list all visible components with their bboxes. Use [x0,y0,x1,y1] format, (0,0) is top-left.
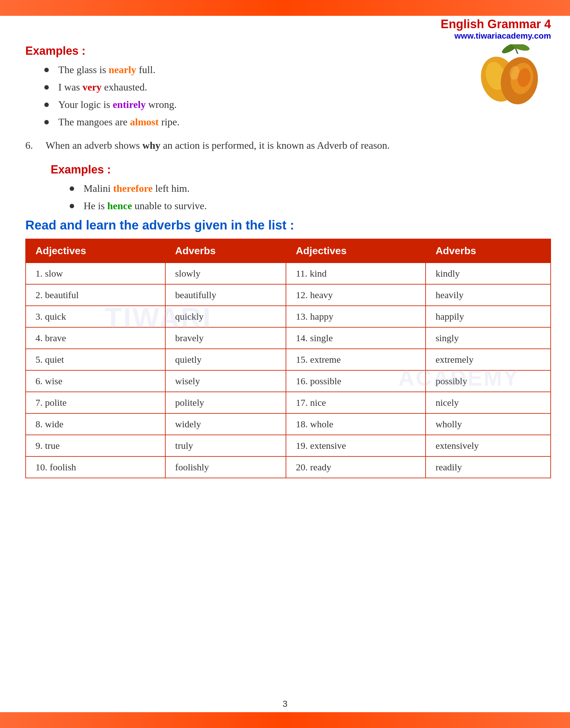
examples-section-1: Examples : The glass is nearly full. I w… [25,44,551,128]
col-header-adverbs-2: Adverbs [425,239,551,263]
table-cell: singly [425,327,551,349]
table-row: 9. truetruly19. extensiveextensively [26,435,551,457]
table-cell: 7. polite [26,392,165,414]
list-item: Your logic is entirely wrong. [44,99,551,110]
table-cell: 9. true [26,435,165,457]
table-cell: 12. heavy [286,284,425,306]
table-row: 3. quickquickly13. happyhappily [26,306,551,327]
highlight-word: entirely [113,99,146,110]
col-header-adverbs-1: Adverbs [165,239,286,263]
list-item-text: The mangoes are almost ripe. [58,116,180,128]
read-learn-heading: Read and learn the adverbs given in the … [25,218,551,232]
list-item: The glass is nearly full. [44,64,551,76]
bullet-icon [70,186,74,191]
table-row: 10. foolishfoolishly20. readyreadily [26,457,551,478]
page-number: 3 [282,699,288,709]
table-cell: nicely [425,392,551,414]
table-cell: bravely [165,327,286,349]
table-cell: happily [425,306,551,327]
list-item: The mangoes are almost ripe. [44,116,551,128]
table-cell: slowly [165,263,286,284]
table-cell: 15. extreme [286,349,425,370]
table-cell: 17. nice [286,392,425,414]
table-cell: 5. quiet [26,349,165,370]
main-content: Examples : The glass is nearly full. I w… [25,44,551,478]
table-cell: 20. ready [286,457,425,478]
list-item-text: Your logic is entirely wrong. [58,99,177,110]
examples-heading-2: Examples : [51,163,551,176]
table-cell: quietly [165,349,286,370]
list-item: I was very exhausted. [44,81,551,93]
table-cell: 14. single [286,327,425,349]
table-cell: 1. slow [26,263,165,284]
table-cell: heavily [425,284,551,306]
table-row: 6. wisewisely16. possiblepossibly [26,370,551,392]
table-cell: extensively [425,435,551,457]
table-cell: 19. extensive [286,435,425,457]
table-cell: 13. happy [286,306,425,327]
table-cell: 18. whole [286,414,425,435]
table-cell: 8. wide [26,414,165,435]
table-cell: kindly [425,263,551,284]
table-cell: truly [165,435,286,457]
examples-list-2: Malini therefore left him. He is hence u… [70,183,551,212]
table-cell: beautifully [165,284,286,306]
table-cell: 10. foolish [26,457,165,478]
list-item-text: I was very exhausted. [58,81,147,93]
table-row: 4. bravebravely14. singlesingly [26,327,551,349]
table-header-row: Adjectives Adverbs Adjectives Adverbs [26,239,551,263]
table-row: 8. widewidely18. wholewholly [26,414,551,435]
list-item: He is hence unable to survive. [70,200,551,212]
bullet-icon [44,68,49,72]
table-row: 1. slowslowly11. kindkindly [26,263,551,284]
table-cell: 6. wise [26,370,165,392]
table-cell: extremely [425,349,551,370]
table-cell: wholly [425,414,551,435]
table-row: 2. beautifulbeautifully12. heavyheavily [26,284,551,306]
table-cell: wisely [165,370,286,392]
table-cell: 11. kind [286,263,425,284]
bullet-icon [44,120,49,124]
section-6-text: 6. When an adverb shows why an action is… [25,137,551,153]
bullet-icon [44,85,49,90]
section-6-number: 6. [25,137,33,153]
table-container: TIWARI ACADEMY Adjectives Adverbs Adject… [25,239,551,478]
header: English Grammar 4 www.tiwariacademy.com [441,17,551,41]
section-6-content: When an adverb shows why an action is pe… [46,137,551,153]
list-item: Malini therefore left him. [70,183,551,194]
header-url: www.tiwariacademy.com [441,31,551,41]
highlight-word: almost [130,116,159,127]
table-cell: possibly [425,370,551,392]
table-cell: foolishly [165,457,286,478]
table-cell: 4. brave [26,327,165,349]
bullet-icon [70,204,74,208]
examples-heading-1: Examples : [25,44,551,58]
table-cell: quickly [165,306,286,327]
table-row: 7. politepolitely17. nicenicely [26,392,551,414]
bullet-icon [44,103,49,107]
examples-section-2: Examples : Malini therefore left him. He… [51,163,551,212]
table-cell: 3. quick [26,306,165,327]
page-title: English Grammar 4 [441,17,551,31]
list-item-text: He is hence unable to survive. [84,200,207,212]
table-row: 5. quietquietly15. extremeextremely [26,349,551,370]
bottom-bar [0,712,570,728]
examples-list-1: The glass is nearly full. I was very exh… [44,64,551,128]
highlight-word: very [82,81,101,93]
list-item-text: The glass is nearly full. [58,64,156,76]
adverbs-table: Adjectives Adverbs Adjectives Adverbs 1.… [25,239,551,478]
table-cell: readily [425,457,551,478]
highlight-word: therefore [113,183,153,194]
section-6: 6. When an adverb shows why an action is… [25,137,551,153]
list-item-text: Malini therefore left him. [84,183,190,194]
highlight-word: hence [107,200,132,211]
col-header-adjectives-2: Adjectives [286,239,425,263]
table-cell: 16. possible [286,370,425,392]
table-cell: widely [165,414,286,435]
col-header-adjectives-1: Adjectives [26,239,165,263]
table-cell: 2. beautiful [26,284,165,306]
top-bar [0,0,570,16]
highlight-word: nearly [108,64,136,75]
table-cell: politely [165,392,286,414]
